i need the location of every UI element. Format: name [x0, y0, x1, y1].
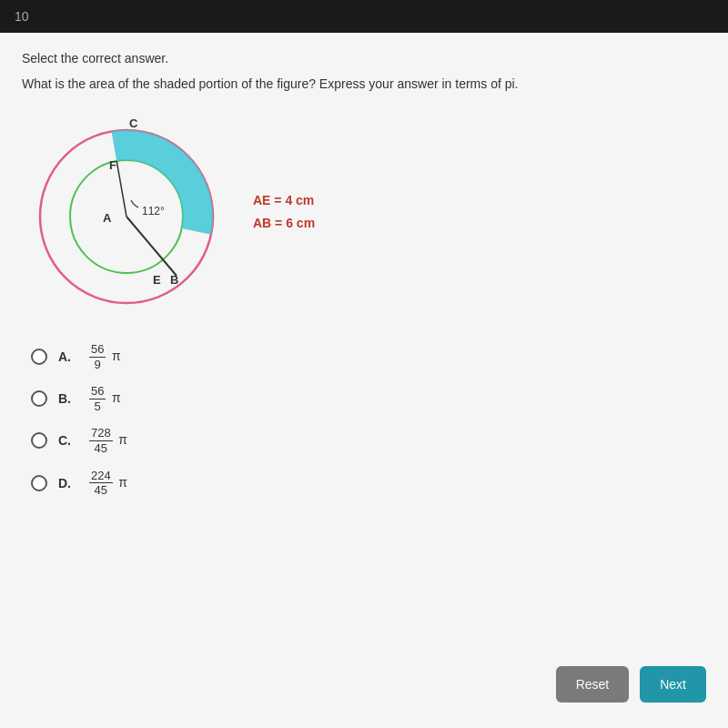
option-a[interactable]: A. 56 9 π: [31, 342, 706, 371]
option-b[interactable]: B. 56 5 π: [31, 384, 706, 413]
option-a-label: A.: [58, 349, 76, 364]
diagram: C F A 112° E B: [22, 107, 231, 317]
radio-d[interactable]: [31, 475, 47, 491]
fraction-d: 224 45: [89, 469, 113, 498]
svg-text:E: E: [153, 273, 161, 287]
radio-c[interactable]: [31, 432, 47, 449]
option-b-value: 56 5 π: [87, 384, 121, 413]
content-area: Select the correct answer. What is the a…: [0, 33, 728, 728]
question-number: 10: [15, 9, 29, 24]
option-c[interactable]: C. 728 45 π: [31, 426, 706, 455]
option-c-label: C.: [58, 433, 76, 448]
svg-text:F: F: [109, 158, 116, 172]
radio-b[interactable]: [31, 390, 47, 407]
option-b-label: B.: [58, 391, 76, 406]
measurements: AE = 4 cm AB = 6 cm: [253, 189, 315, 235]
option-c-value: 728 45 π: [87, 426, 127, 455]
pi-a: π: [112, 349, 121, 363]
fraction-a: 56 9: [89, 342, 106, 371]
reset-button[interactable]: Reset: [556, 666, 630, 703]
option-d[interactable]: D. 224 45 π: [31, 469, 706, 498]
svg-text:112°: 112°: [142, 205, 165, 217]
ab-measurement: AB = 6 cm: [253, 212, 315, 235]
svg-text:C: C: [129, 116, 138, 130]
option-d-value: 224 45 π: [87, 469, 127, 498]
question-text: What is the area of the shaded portion o…: [22, 76, 706, 91]
instruction-text: Select the correct answer.: [22, 51, 706, 66]
fraction-c: 728 45: [89, 426, 113, 455]
option-d-label: D.: [58, 476, 76, 490]
pi-c: π: [118, 433, 127, 448]
ae-measurement: AE = 4 cm: [253, 189, 315, 212]
figure-container: C F A 112° E B AE = 4 cm AB = 6 cm: [22, 107, 706, 317]
next-button[interactable]: Next: [640, 666, 706, 703]
option-a-value: 56 9 π: [87, 342, 121, 371]
svg-text:B: B: [170, 273, 178, 287]
answer-options: A. 56 9 π B. 56 5 π C.: [22, 342, 706, 498]
fraction-b: 56 5: [89, 384, 106, 413]
pi-d: π: [118, 475, 127, 490]
buttons-area: Reset Next: [556, 666, 706, 703]
svg-text:A: A: [103, 211, 112, 225]
top-bar: 10: [0, 0, 728, 33]
radio-a[interactable]: [31, 349, 47, 365]
svg-line-2: [116, 161, 126, 217]
pi-b: π: [112, 391, 121, 406]
